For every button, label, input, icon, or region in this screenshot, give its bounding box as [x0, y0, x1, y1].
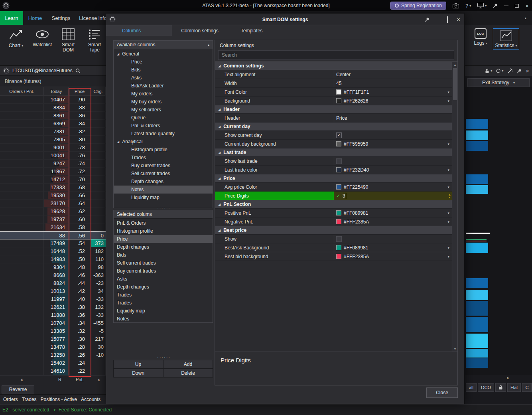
setting-show[interactable]: Show [215, 235, 452, 243]
dom-cell-orders[interactable] [0, 223, 44, 231]
dom-cell-orders[interactable] [0, 295, 44, 303]
dom-cell-today[interactable]: 19737 [44, 215, 69, 223]
dom-row[interactable]: 17489.54373 [0, 239, 106, 247]
dom-row[interactable]: 19628.62 [0, 208, 106, 215]
setting-price-digits[interactable]: Price Digits✓3▲▼ [215, 192, 452, 200]
dom-cell-today[interactable]: 12621 [44, 303, 69, 311]
dom-row[interactable]: 21634.58 [0, 223, 106, 231]
available-column-depth-changes[interactable]: Depth changes [114, 178, 213, 186]
setting-value[interactable]: ✓3▲▼ [334, 192, 452, 200]
dom-cell-price[interactable]: .42 [69, 287, 91, 295]
checkbox[interactable]: ✓ [336, 132, 342, 138]
dom-cell-today[interactable]: 8824 [44, 279, 69, 287]
dom-cell-chg[interactable] [91, 120, 106, 127]
dom-cell-chg[interactable] [91, 192, 106, 199]
dom-cell-price[interactable]: .68 [69, 184, 91, 191]
help-button[interactable]: ?▾ [465, 3, 471, 9]
dom-row[interactable]: 13478.2830 [0, 343, 106, 351]
selected-column-asks[interactable]: Asks [114, 275, 213, 283]
dom-cell-orders[interactable] [0, 184, 44, 191]
dom-cell-price[interactable]: .70 [69, 176, 91, 183]
dom-row[interactable]: 11888.36-33 [0, 311, 106, 319]
dom-cell-today[interactable]: 14983 [44, 255, 69, 263]
dom-cell-today[interactable]: 15077 [44, 335, 69, 343]
setting-header[interactable]: HeaderPrice [215, 114, 452, 123]
footer-r[interactable]: R [58, 377, 61, 382]
dom-row[interactable]: 12621.38132 [0, 303, 106, 311]
dom-cell-price[interactable]: .88 [69, 104, 91, 111]
column-header-today[interactable]: Today [44, 87, 69, 95]
dom-cell-today[interactable]: 11888 [44, 311, 69, 319]
dom-row[interactable]: 13385.32-5 [0, 327, 106, 335]
dom-cell-price[interactable]: .74 [69, 160, 91, 167]
dom-cell-orders[interactable] [0, 239, 44, 247]
chevron-down-icon[interactable]: ▾ [54, 408, 55, 412]
selected-column-price[interactable]: Price [114, 235, 213, 243]
dom-row[interactable]: 11997.40-33 [0, 295, 106, 303]
dom-cell-orders[interactable] [0, 128, 44, 135]
dom-row[interactable]: 8668.46-363 [0, 271, 106, 279]
dom-cell-price[interactable]: .46 [69, 271, 91, 279]
scrollbar-thumb[interactable] [453, 68, 457, 100]
available-column-notes[interactable]: Notes [114, 186, 213, 194]
dom-cell-today[interactable]: 23170 [44, 200, 69, 207]
dom-cell-orders[interactable] [0, 152, 44, 159]
dom-row[interactable]: 88.560 [0, 231, 106, 239]
dom-cell-today[interactable]: 7381 [44, 128, 69, 135]
dialog-close-button[interactable]: × [457, 16, 460, 23]
tab-learn[interactable]: Learn [0, 11, 23, 25]
search-input[interactable] [218, 50, 454, 60]
dom-cell-price[interactable]: .72 [69, 168, 91, 175]
available-column-bids[interactable]: Bids [114, 66, 213, 74]
dropdown-arrow-icon[interactable]: ▾ [447, 246, 449, 250]
dom-cell-price[interactable]: .66 [69, 192, 91, 199]
pin-window-button[interactable] [493, 3, 498, 8]
dom-row[interactable]: 7805.80 [0, 136, 106, 144]
setting-current-day-background[interactable]: Current day background#FF595959▾ [215, 140, 452, 148]
available-column-bid-ask-ladder[interactable]: Bid/Ask Ladder [114, 82, 213, 90]
setting-background[interactable]: Background#FF262626▾ [215, 97, 452, 105]
dom-cell-today[interactable]: 19628 [44, 208, 69, 215]
logs-button[interactable]: LOG Logs▾ [472, 28, 489, 46]
scroll-down-icon[interactable]: ▼ [452, 346, 458, 352]
scrollbar[interactable]: ▲ ▼ [452, 62, 457, 352]
dom-cell-chg[interactable]: 0 [91, 232, 106, 239]
dom-cell-price[interactable]: .56 [69, 232, 91, 239]
dom-cell-orders[interactable] [0, 104, 44, 111]
expander-icon[interactable]: ◢ [117, 140, 119, 144]
dom-cell-chg[interactable]: 182 [91, 247, 106, 255]
selected-column-histogram-profile[interactable]: Histogram profile [114, 227, 213, 235]
dom-cell-chg[interactable] [91, 144, 106, 151]
setting-text-alignment[interactable]: Text alignmentCenter [215, 70, 452, 79]
dom-cell-chg[interactable]: -33 [91, 311, 106, 319]
dom-cell-chg[interactable] [91, 208, 106, 215]
selected-column-trades[interactable]: Trades [114, 299, 213, 307]
dom-cell-price[interactable]: .50 [69, 255, 91, 263]
down-button[interactable]: Down [113, 369, 163, 377]
dom-cell-today[interactable]: 14712 [44, 176, 69, 183]
dialog-pin-button[interactable] [425, 17, 430, 22]
all-button[interactable]: all [466, 383, 477, 392]
panel-x-label[interactable]: x [507, 375, 509, 380]
oco-button[interactable]: OCO [478, 383, 494, 392]
dom-row[interactable]: 10013.4234 [0, 287, 106, 295]
footer-x-right[interactable]: x [98, 377, 100, 382]
settings-group-pnl-section[interactable]: ◢PnL Section [215, 200, 452, 209]
spinner-buttons[interactable]: ▲▼ [448, 192, 451, 200]
dialog-maximize-button[interactable] [447, 17, 448, 22]
setting-width[interactable]: Width45 [215, 79, 452, 88]
selected-column-depth-changes[interactable]: Depth changes [114, 243, 213, 251]
dom-cell-today[interactable]: 17333 [44, 184, 69, 191]
dropdown-arrow-icon[interactable]: ▾ [447, 142, 449, 146]
exit-strategy-dropdown[interactable]: Exit Strategy ▾ [467, 78, 530, 87]
column-header-chg[interactable]: Chg. [91, 87, 106, 95]
available-column-buy-current-trades[interactable]: Buy current trades [114, 162, 213, 170]
dom-cell-price[interactable]: .90 [69, 96, 91, 103]
dom-cell-chg[interactable]: -23 [91, 279, 106, 287]
tab-columns[interactable]: Columns [106, 25, 172, 36]
dom-cell-price[interactable]: .60 [69, 215, 91, 223]
selected-column-liquidity-map[interactable]: Liquidity map [114, 307, 213, 315]
dom-cell-today[interactable]: 11997 [44, 295, 69, 303]
reverse-button[interactable]: Reverse [2, 385, 34, 393]
dom-cell-orders[interactable] [0, 215, 44, 223]
